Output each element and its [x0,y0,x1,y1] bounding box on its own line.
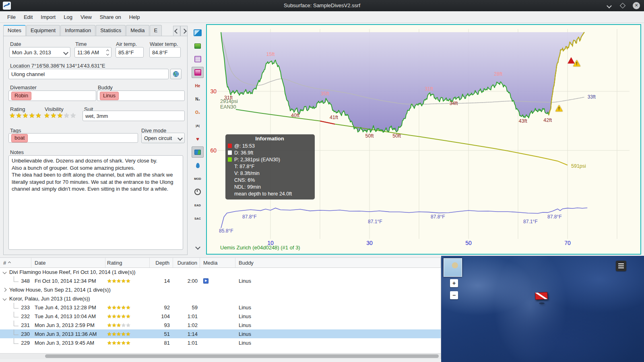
column-header-depth[interactable]: Depth [150,258,173,267]
mod-button[interactable]: MOD [192,173,204,184]
calc-ceiling-button[interactable] [192,67,204,78]
menu-item-view[interactable]: View [76,12,96,22]
scrollbar-thumb[interactable] [45,354,439,358]
star-icon: ★ [107,305,112,310]
air-temp-field[interactable] [116,47,144,58]
tab-notes[interactable]: Notes [3,25,26,36]
menu-bar: FileEditImportLogViewShare onHelp [0,11,644,23]
visibility-stars[interactable]: ★★★★★ [44,112,76,119]
water-temp-field[interactable] [149,47,181,58]
tag-chip[interactable]: boat [11,134,28,142]
suit-field[interactable] [83,111,185,121]
tab-statistics[interactable]: Statistics [96,25,126,36]
star-icon: ★ [107,314,112,319]
collapse-toolbar-button[interactable] [192,241,204,253]
rating-stars[interactable]: ★★★★★ [9,112,41,119]
location-field[interactable] [8,69,169,79]
nitrogen-button[interactable]: N₂ [192,93,204,105]
pictures-icon [194,43,201,49]
tab-information[interactable]: Information [60,25,95,36]
close-button[interactable] [633,2,640,9]
date-combobox[interactable]: Mon Jun 3, 2013 [9,47,70,58]
photos-button[interactable] [192,146,204,158]
tab-scroll-right-button[interactable] [180,26,188,36]
minimize-button[interactable] [605,2,613,9]
tab-media[interactable]: Media [126,25,149,36]
column-header-rating[interactable]: Rating [105,258,150,267]
dive-row[interactable]: 231Mon Jun 3, 2013 2:59 PM★★★★★931:02Lin… [0,321,441,329]
divemaster-chip[interactable]: Robin [11,92,31,100]
map-menu-button[interactable] [616,261,626,271]
column-header-duration[interactable]: Duration [173,258,200,267]
horizontal-scrollbar[interactable] [0,353,441,359]
menu-item-file[interactable]: File [3,12,20,22]
column-header-date[interactable]: Date [31,258,105,267]
tissues-button[interactable]: |A| [192,120,204,131]
dive-trip-row[interactable]: Koror, Palau, Jun 2013 (11 dive(s)) [0,294,441,303]
profile-depth-label: 43ft [519,118,527,124]
collapse-caret-icon[interactable] [3,296,7,300]
media-icon[interactable] [203,278,208,284]
expand-caret-icon[interactable] [3,288,7,292]
oxygen-button[interactable]: O₂ [192,107,204,118]
dive-computer-button[interactable] [192,27,204,38]
collapse-caret-icon[interactable] [3,270,7,274]
dive-row[interactable]: 233Tue Jun 4, 2013 12:28 PM★★★★★9259Linu… [0,303,441,312]
map-overview-thumbnail[interactable] [444,258,462,277]
warning-marker-icon[interactable] [573,60,580,66]
tags-field[interactable]: boat [8,133,138,143]
map-lookup-button[interactable] [170,69,182,79]
map-zoom-in-button[interactable]: + [450,279,458,287]
tab-e[interactable]: E [150,25,162,36]
ceiling-button[interactable] [192,53,204,65]
dive-row[interactable]: 229Mon Jun 3, 2013 9:45 AM★★★★★811:01Lin… [0,338,441,347]
buddy-field[interactable]: Linus [97,90,185,101]
divemaster-field[interactable]: Robin [8,90,96,101]
pictures-button[interactable] [192,40,204,51]
star-icon: ★ [57,112,63,119]
gas-pen-button[interactable] [192,160,204,171]
star-icon: ★ [112,331,117,337]
sac-button[interactable]: SAC [192,213,204,224]
column-header-buddy[interactable]: Buddy [235,258,441,267]
spin-up-icon[interactable] [106,49,109,52]
ead-button[interactable]: EAD [192,200,204,211]
dive-mode-combobox[interactable]: Open circuit [141,133,185,143]
main-tab-panel: NotesEquipmentInformationStatisticsMedia… [3,25,188,255]
warning-marker-icon[interactable] [555,105,563,111]
legend-swatch-icon [228,150,232,155]
dive-site-marker[interactable] [533,289,551,305]
column-header-media[interactable]: Media [200,258,235,267]
column-header-number[interactable]: # [0,258,31,267]
helium-button[interactable]: He [192,80,204,91]
notes-textarea[interactable]: Unbelievable dive. Dozens and dozens of … [8,155,183,250]
menu-item-log[interactable]: Log [60,12,76,22]
maximize-button[interactable] [619,2,626,9]
menu-item-help[interactable]: Help [125,12,144,22]
tree-branch [14,329,19,335]
ndl-button[interactable] [192,186,204,197]
dive-trip-row[interactable]: Yellow House, Sun Sep 21, 2014 (1 dive(s… [0,285,441,294]
map-zoom-out-button[interactable]: − [450,291,458,299]
map-panel[interactable]: + − [441,256,644,362]
time-spinbox[interactable]: 11:36 AM [74,47,111,58]
tab-equipment[interactable]: Equipment [26,25,60,36]
dive-row[interactable]: 232Tue Jun 4, 2013 10:04 AM★★★★★1041:01L… [0,312,441,321]
star-icon: ★ [116,305,121,310]
menu-item-edit[interactable]: Edit [20,12,37,22]
dive-duration: 1:01 [173,340,200,346]
profile-depth-label: 41ft [330,115,338,120]
dive-date: Mon Jun 3, 2013 9:45 AM [31,340,105,346]
menu-item-share-on[interactable]: Share on [96,12,125,22]
dive-row[interactable]: 348Fri Oct 10, 2014 12:34 PM★★★★★142:00L… [0,276,441,285]
tree-branch [14,276,19,282]
close-icon [633,2,640,9]
dive-trip-row[interactable]: Divi Flamingo House Reef, Fri Oct 10, 20… [0,267,441,276]
tab-scroll-left-button[interactable] [173,26,180,36]
buddy-chip[interactable]: Linus [100,92,119,100]
spin-down-icon[interactable] [106,52,109,55]
depth-axis-tick: 60 [210,147,217,154]
dive-row[interactable]: 230Mon Jun 3, 2013 11:36 AM★★★★★511:14Li… [0,329,441,338]
menu-item-import[interactable]: Import [37,12,60,22]
heart-rate-button[interactable]: ♥ [192,133,204,144]
